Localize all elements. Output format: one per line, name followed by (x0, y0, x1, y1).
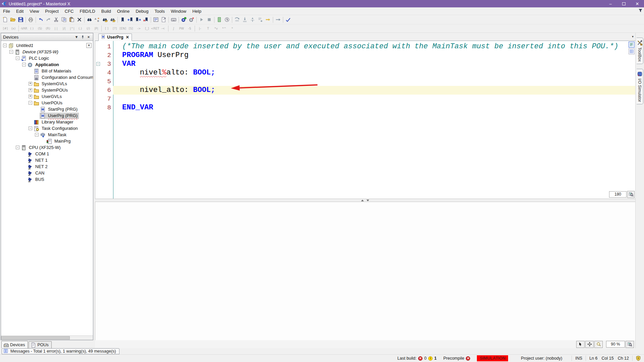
panel-tab-pous[interactable]: POUs (29, 341, 51, 348)
tree-expander[interactable]: - (16, 146, 19, 149)
body-editor[interactable] (95, 202, 635, 340)
input-assistant-button[interactable] (170, 16, 178, 23)
tabular-view-button[interactable] (629, 48, 635, 54)
filter-icon[interactable] (637, 8, 644, 14)
maximize-button[interactable] (617, 0, 631, 7)
code-line-2[interactable]: 2PROGRAM UserPrg (95, 51, 635, 60)
declaration-zoom-value[interactable]: 180 (609, 191, 627, 198)
tree-item-bus[interactable]: BUS (1, 176, 93, 183)
tree-item-com-1[interactable]: COM 1 (1, 151, 93, 157)
fold-marker-icon[interactable]: - (96, 62, 100, 66)
start-button[interactable] (198, 16, 205, 23)
messages-button[interactable] (152, 16, 160, 23)
step-over-button[interactable] (233, 16, 241, 23)
code-text[interactable]: nivel_alto: BOOL; (113, 86, 635, 95)
menu-item-online[interactable]: Online (114, 8, 133, 15)
fbd-tool-[interactable]: -< (159, 25, 167, 32)
fbd-tool-s[interactable]: -S (186, 25, 194, 32)
tree-item-net-2[interactable]: NET 2 (1, 163, 93, 170)
flow-control-button[interactable] (215, 16, 223, 23)
fbd-tool-[interactable]: [_] (143, 25, 151, 32)
panel-menu-icon[interactable]: ▼ (73, 34, 80, 40)
tree-horizontal-scrollbar[interactable] (1, 335, 93, 340)
tree-expander[interactable]: - (9, 50, 13, 54)
tree-item-userpous[interactable]: -UserPOUs (1, 100, 93, 106)
copy-button[interactable] (60, 16, 68, 23)
fbd-tool-[interactable]: ∫ (169, 25, 178, 32)
tree-item-net-1[interactable]: NET 1 (1, 157, 93, 163)
tree-item-mainprg[interactable]: MainPrg (1, 138, 93, 144)
tree-item-startprg-prg[interactable]: StartPrg (PRG) (1, 106, 93, 112)
show-next-statement-button[interactable] (264, 16, 272, 23)
tree-expander[interactable]: - (3, 44, 7, 47)
fbd-tool-t[interactable]: T (204, 25, 212, 32)
code-line-3[interactable]: -3VAR (95, 60, 635, 68)
code-text[interactable]: PROGRAM UserPrg (113, 51, 635, 60)
paste-button[interactable] (68, 16, 76, 23)
fbd-tool-p[interactable]: |P| (92, 25, 100, 32)
fbd-tool-[interactable]: (/) (84, 25, 92, 32)
fbd-tool-[interactable]: [#] (1, 25, 9, 32)
panel-tab-devices[interactable]: Devices (1, 341, 28, 348)
fbd-tool-r[interactable]: (R) (44, 25, 52, 32)
menu-item-help[interactable]: Help (189, 8, 204, 15)
tree-expander[interactable]: - (16, 56, 19, 60)
editor-splitter[interactable] (95, 199, 635, 202)
menu-item-view[interactable]: View (27, 8, 42, 15)
tree-item-userprg-prg[interactable]: UserPrg (PRG) (1, 112, 93, 119)
declaration-zoom-icon[interactable] (627, 191, 635, 198)
code-line-6[interactable]: 6 nivel_alto: BOOL; (95, 86, 635, 95)
code-text[interactable]: END_VAR (113, 103, 635, 112)
menu-item-tools[interactable]: Tools (152, 8, 168, 15)
new-file-button[interactable] (1, 16, 9, 23)
code-line-7[interactable]: 7 (95, 95, 635, 103)
undo-button[interactable] (37, 16, 45, 23)
toggle-bookmark-button[interactable] (119, 16, 127, 23)
fbd-tool-var[interactable]: -VAR (20, 25, 28, 32)
fbd-tool-[interactable]: ( ) (28, 25, 36, 32)
fbd-tool-x[interactable]: (x) (9, 25, 17, 32)
run-to-cursor-button[interactable] (256, 16, 264, 23)
tab-list-dropdown-icon[interactable]: ▼ (630, 35, 635, 40)
tree-item-bill-of-materials[interactable]: Bill of Materials (1, 68, 93, 74)
fbd-tool-[interactable]: * (228, 25, 236, 32)
code-line-8[interactable]: 8END_VAR (95, 103, 635, 112)
menu-item-file[interactable]: File (0, 8, 13, 15)
fbd-tool-[interactable]: [ ] (103, 25, 111, 32)
menu-item-fbd-ld[interactable]: FBD/LD (77, 8, 98, 15)
tree-item-usergvls[interactable]: +UserGVLs (1, 93, 93, 100)
redo-button[interactable] (45, 16, 52, 23)
fbd-tool-s[interactable]: (S) (36, 25, 44, 32)
tree-item-configuration-and-consumption[interactable]: Configuration and Consumption (1, 74, 93, 81)
tree-item-maintask[interactable]: -MainTask (1, 132, 93, 138)
force-values-button[interactable] (274, 16, 282, 23)
tree-item-cpu-xf325-w[interactable]: -CPU (XF325-W) (1, 144, 93, 151)
code-line-1[interactable]: 1(*The main code inserted by the user an… (95, 42, 635, 51)
fbd-tool-[interactable]: |- (196, 25, 204, 32)
code-text[interactable]: (*The main code inserted by the user and… (113, 42, 635, 51)
fbd-tool-[interactable]: *^ (220, 25, 228, 32)
tree-root-dropdown-icon[interactable]: ▼ (86, 43, 92, 48)
code-text[interactable] (113, 95, 635, 103)
tree-item-task-configuration[interactable]: -Task Configuration (1, 125, 93, 132)
code-text[interactable]: VAR (113, 60, 635, 68)
export-button[interactable] (160, 16, 167, 23)
zoom-tool-button[interactable] (594, 341, 603, 348)
runtime-clock-button[interactable] (223, 16, 231, 23)
fbd-tool-[interactable]: -> (135, 25, 143, 32)
find-button[interactable] (86, 16, 93, 23)
insert-mode-indicator[interactable]: INS (572, 356, 586, 361)
close-button[interactable]: ✕ (631, 0, 644, 7)
fbd-tool-en[interactable]: [EN] (119, 25, 127, 32)
menu-item-window[interactable]: Window (168, 8, 189, 15)
tree-item-can[interactable]: CAN (1, 170, 93, 176)
replace-in-project-button[interactable] (109, 16, 116, 23)
step-out-button[interactable] (249, 16, 256, 23)
menu-item-project[interactable]: Project (42, 8, 61, 15)
cut-button[interactable] (52, 16, 60, 23)
select-tool-button[interactable] (576, 341, 585, 348)
code-text[interactable]: nivel%alto: BOOL; (113, 68, 635, 77)
code-line-4[interactable]: 4 nivel%alto: BOOL; (95, 68, 635, 77)
menu-item-build[interactable]: Build (98, 8, 114, 15)
next-bookmark-button[interactable] (134, 16, 142, 23)
